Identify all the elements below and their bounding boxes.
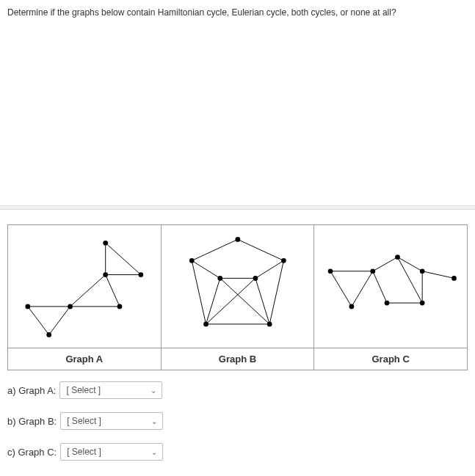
svg-point-46: [371, 268, 376, 274]
svg-point-14: [103, 241, 108, 246]
svg-point-34: [266, 322, 272, 327]
answer-row-b: b) Graph B: [ Select ]Hamiltonian cycleE…: [7, 412, 468, 430]
svg-point-48: [395, 255, 400, 260]
graphs-container: Graph A Graph B Graph C: [7, 224, 468, 370]
svg-point-49: [385, 301, 390, 306]
answer-a-select[interactable]: [ Select ]Hamiltonian cycleEulerian cycl…: [59, 381, 162, 399]
svg-point-11: [68, 304, 73, 310]
question-area: Determine if the graphs below contain Ha…: [0, 0, 475, 205]
svg-point-12: [117, 304, 123, 310]
graph-b-label: Graph B: [161, 348, 314, 370]
svg-line-18: [192, 260, 206, 324]
svg-point-10: [46, 332, 51, 337]
svg-line-0: [28, 307, 49, 335]
graph-b-svg: [165, 229, 311, 342]
svg-point-15: [138, 272, 143, 277]
svg-line-19: [269, 260, 283, 324]
section-divider: [0, 205, 475, 210]
svg-point-52: [452, 276, 457, 281]
graph-a-label: Graph A: [8, 348, 162, 370]
svg-line-22: [192, 260, 220, 278]
answer-b-select[interactable]: [ Select ]Hamiltonian cycleEulerian cycl…: [60, 412, 163, 430]
svg-line-8: [106, 243, 141, 274]
graph-c-label: Graph C: [314, 348, 468, 370]
graph-c-svg: [318, 229, 463, 342]
svg-point-51: [420, 301, 425, 306]
svg-point-29: [189, 258, 195, 263]
answers-area: a) Graph A: [ Select ]Hamiltonian cycleE…: [0, 370, 475, 476]
answer-a-label: a) Graph A:: [7, 385, 56, 396]
svg-line-38: [373, 257, 398, 271]
svg-line-39: [373, 271, 387, 303]
svg-line-3: [70, 275, 106, 307]
answer-row-a: a) Graph A: [ Select ]Hamiltonian cycleE…: [7, 381, 468, 399]
svg-point-45: [328, 268, 333, 274]
graph-b-cell: [161, 225, 314, 348]
svg-line-16: [192, 239, 238, 260]
question-prompt: Determine if the graphs below contain Ha…: [7, 7, 468, 18]
svg-point-13: [103, 272, 108, 277]
graph-table: Graph A Graph B Graph C: [7, 224, 468, 370]
graph-a-cell: [8, 225, 162, 348]
svg-line-17: [237, 239, 283, 260]
svg-point-33: [203, 322, 209, 327]
answer-c-select[interactable]: [ Select ]Hamiltonian cycleEulerian cycl…: [60, 443, 163, 461]
svg-point-28: [235, 237, 240, 242]
svg-point-31: [217, 276, 222, 281]
svg-line-43: [422, 271, 454, 279]
graph-c-cell: [314, 225, 468, 348]
svg-point-32: [253, 276, 258, 281]
answer-row-c: c) Graph C: [ Select ]Hamiltonian cycleE…: [7, 443, 468, 461]
answer-b-label: b) Graph B:: [7, 416, 57, 427]
svg-point-9: [25, 304, 30, 310]
svg-line-1: [49, 307, 70, 335]
svg-line-36: [330, 271, 352, 307]
svg-point-47: [349, 304, 355, 310]
svg-line-23: [255, 260, 284, 278]
answer-c-label: c) Graph C:: [7, 447, 57, 458]
svg-point-30: [281, 258, 286, 263]
svg-point-50: [420, 268, 425, 274]
svg-line-37: [352, 271, 373, 307]
svg-line-5: [106, 275, 120, 307]
graph-a-svg: [12, 229, 157, 342]
